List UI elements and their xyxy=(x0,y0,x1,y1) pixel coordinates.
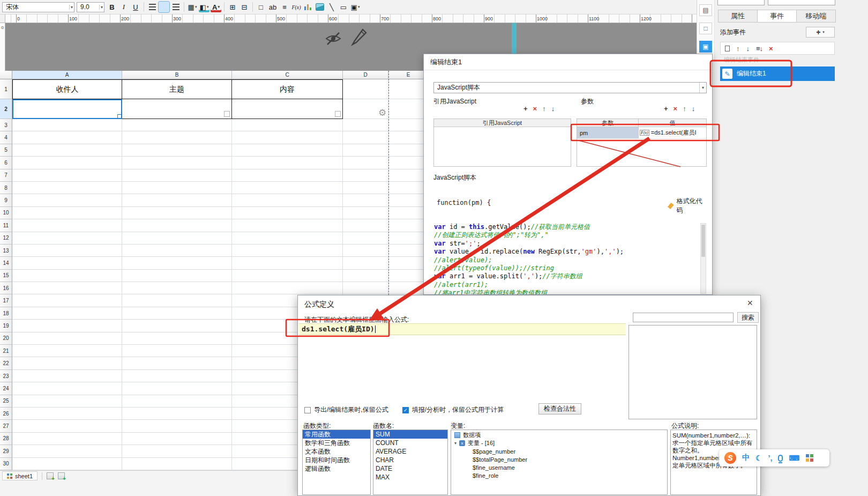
up-icon[interactable]: ↑ xyxy=(736,45,740,53)
cell-B11[interactable] xyxy=(122,219,232,232)
cell-B10[interactable] xyxy=(122,207,232,219)
event-item[interactable]: ✎ 编辑结束1 xyxy=(720,66,835,81)
cell-A27[interactable] xyxy=(12,420,122,432)
insert-chart-icon[interactable] xyxy=(303,2,313,12)
row-header-20[interactable]: 20 xyxy=(0,332,12,345)
cell-A23[interactable] xyxy=(12,370,122,382)
cell-B27[interactable] xyxy=(122,420,232,432)
cell-A9[interactable] xyxy=(12,194,122,206)
cell-D9[interactable] xyxy=(343,194,388,206)
cell-B7[interactable] xyxy=(122,169,232,182)
row-header-8[interactable]: 8 xyxy=(0,182,12,194)
cell-A3[interactable] xyxy=(12,119,122,131)
up-icon[interactable]: ↑ xyxy=(683,105,686,113)
checkbox-icon[interactable] xyxy=(304,407,311,413)
row-header-15[interactable]: 15 xyxy=(0,270,12,282)
cell-A4[interactable] xyxy=(12,131,122,144)
cell-E3[interactable] xyxy=(388,119,429,131)
row-header-26[interactable]: 26 xyxy=(0,408,12,420)
cell-E8[interactable] xyxy=(388,182,429,194)
wrap-text-icon[interactable]: ≡ xyxy=(279,2,290,12)
cell-C1[interactable]: 内容 xyxy=(232,79,343,99)
cell-E14[interactable] xyxy=(388,257,429,269)
function-name-item[interactable]: CHAR xyxy=(373,456,447,464)
cell-format-icon[interactable]: ab xyxy=(267,2,278,12)
cell-A17[interactable] xyxy=(12,294,122,307)
cell-outline-icon[interactable]: □ xyxy=(699,23,712,34)
cell-A11[interactable] xyxy=(12,219,122,232)
cell-B14[interactable] xyxy=(122,257,232,269)
script-type-select[interactable]: JavaScript脚本 ▾ xyxy=(433,82,707,93)
row-header-22[interactable]: 22 xyxy=(0,357,12,369)
column-header-B[interactable]: B xyxy=(122,71,232,79)
cell-E13[interactable] xyxy=(388,245,429,257)
cell-B30[interactable] xyxy=(122,458,232,470)
tree-expander-icon[interactable]: ▾ xyxy=(454,441,457,446)
cell-E16[interactable] xyxy=(388,282,429,294)
cell-E9[interactable] xyxy=(388,194,429,206)
row-header-25[interactable]: 25 xyxy=(0,395,12,408)
cell-E6[interactable] xyxy=(388,157,429,169)
row-header-4[interactable]: 4 xyxy=(0,131,12,144)
row-header-29[interactable]: 29 xyxy=(0,445,12,457)
function-type-list[interactable]: 常用函数数学和三角函数文本函数日期和时间函数逻辑函数 xyxy=(302,430,371,495)
cell-A8[interactable] xyxy=(12,182,122,194)
cell-B22[interactable] xyxy=(122,357,232,369)
cell-A30[interactable] xyxy=(12,458,122,470)
language-mode-icon[interactable]: 中 xyxy=(742,453,750,463)
cell-B15[interactable] xyxy=(122,270,232,282)
row-header-11[interactable]: 11 xyxy=(0,219,12,232)
cell-A20[interactable] xyxy=(12,332,122,345)
param-row[interactable]: pmF(x)=ds1.select(雇员I xyxy=(577,127,706,139)
cell-E5[interactable] xyxy=(388,144,429,157)
cell-E4[interactable] xyxy=(388,131,429,144)
plus-icon[interactable]: + xyxy=(664,105,668,113)
cell-B26[interactable] xyxy=(122,408,232,420)
cell-E1[interactable] xyxy=(388,79,429,99)
delete-icon[interactable]: × xyxy=(674,105,678,113)
cell-D1[interactable] xyxy=(343,79,388,99)
cell-A19[interactable] xyxy=(12,320,122,332)
function-type-item[interactable]: 逻辑函数 xyxy=(303,464,370,473)
param-value-cell[interactable]: F(x)=ds1.select(雇员I xyxy=(639,127,706,138)
row-header-18[interactable]: 18 xyxy=(0,307,12,320)
delete-icon[interactable]: × xyxy=(533,105,537,113)
cell-B24[interactable] xyxy=(122,382,232,395)
cell-B5[interactable] xyxy=(122,144,232,157)
formula-option-0[interactable]: 导出/编辑结果时,保留公式 xyxy=(304,405,388,414)
cell-B25[interactable] xyxy=(122,395,232,408)
widget-settings-icon[interactable]: ▤ xyxy=(699,4,712,16)
cell-C3[interactable] xyxy=(232,119,343,131)
down-icon[interactable]: ↓ xyxy=(551,105,555,113)
keyboard-icon[interactable]: ⌨ xyxy=(789,454,799,462)
cell-D16[interactable] xyxy=(343,282,388,294)
variable-tree[interactable]: 数据项▾x变量 - [16]$$page_number$$totalPage_n… xyxy=(451,430,668,495)
row-header-7[interactable]: 7 xyxy=(0,169,12,182)
cell-C16[interactable] xyxy=(232,282,343,294)
cell-E2[interactable] xyxy=(388,99,429,119)
down-icon[interactable]: ↓ xyxy=(692,105,695,113)
cell-E11[interactable] xyxy=(388,219,429,232)
close-icon[interactable]: × xyxy=(747,298,753,309)
edit-pencil-icon[interactable] xyxy=(351,27,368,48)
cell-D5[interactable] xyxy=(343,144,388,157)
selected-widget-icon[interactable]: ▣ xyxy=(699,41,712,53)
code-scrollbar[interactable] xyxy=(700,223,706,294)
underline-icon[interactable]: U xyxy=(130,2,141,12)
tree-item-variable[interactable]: $$totalPage_number xyxy=(451,455,667,463)
widget-gear-icon[interactable]: ⚙ xyxy=(378,107,386,119)
tab-属性[interactable]: 属性 xyxy=(718,10,758,23)
tree-item-variable[interactable]: $$page_number xyxy=(451,447,667,455)
cell-B1[interactable]: 主题 xyxy=(122,79,232,99)
cell-B16[interactable] xyxy=(122,282,232,294)
cell-E7[interactable] xyxy=(388,169,429,182)
tab-事件[interactable]: 事件 xyxy=(757,10,797,23)
cell-A29[interactable] xyxy=(12,445,122,457)
delete-icon[interactable]: × xyxy=(769,45,773,53)
bold-icon[interactable]: B xyxy=(107,2,117,12)
night-mode-icon[interactable]: ☾ xyxy=(755,454,762,462)
cell-B17[interactable] xyxy=(122,294,232,307)
row-header-13[interactable]: 13 xyxy=(0,245,12,257)
cell-B29[interactable] xyxy=(122,445,232,457)
row-header-28[interactable]: 28 xyxy=(0,433,12,445)
